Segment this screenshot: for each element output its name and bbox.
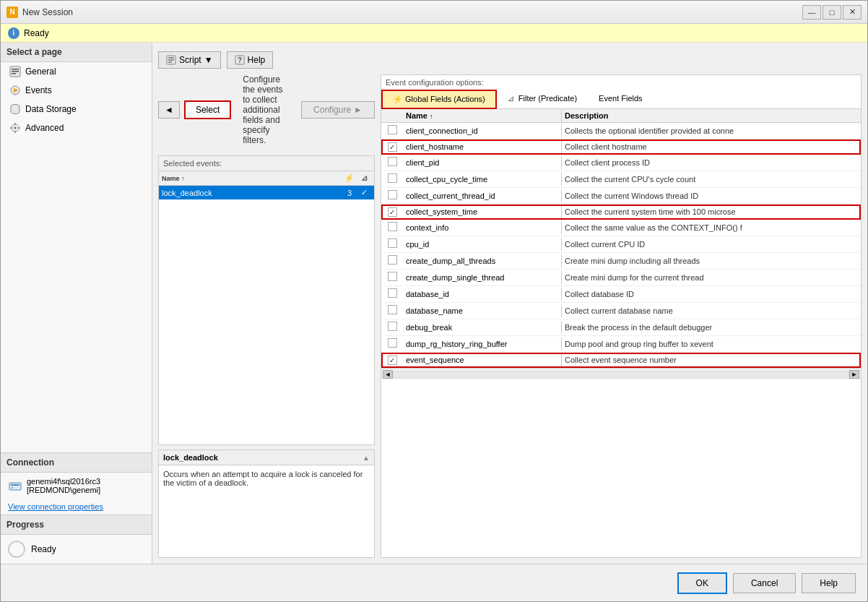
connection-info: genemi4f\sql2016rc3 [REDMOND\genemi] bbox=[1, 473, 152, 499]
cell-client-pid: client_pid bbox=[403, 156, 562, 169]
cell-desc-cpu-id: Collect current CPU ID bbox=[562, 238, 861, 251]
config-row-client-pid[interactable]: client_pid Collect client process ID bbox=[381, 155, 861, 171]
checkbox-create-dump-single-thread[interactable] bbox=[388, 272, 397, 281]
connection-header: Connection bbox=[1, 452, 152, 473]
nav-row: ◄ Select Configure the events to collect… bbox=[158, 74, 375, 145]
sidebar-item-general[interactable]: General bbox=[1, 62, 152, 81]
cell-desc-create-dump-all-threads: Create mini dump including all threads bbox=[562, 254, 861, 267]
content-area: Script ▼ ? Help ◄ S bbox=[152, 43, 867, 564]
events-section-header: Selected events: bbox=[159, 156, 374, 171]
config-row-collect-system-time[interactable]: collect_system_time Collect the current … bbox=[381, 205, 861, 220]
lightning-tab-icon: ⚡ bbox=[393, 95, 403, 103]
events-icon bbox=[9, 85, 21, 96]
cancel-button[interactable]: Cancel bbox=[733, 573, 796, 593]
cell-desc-create-dump-single-thread: Create mini dump for the current thread bbox=[562, 271, 861, 284]
minimize-button[interactable]: — bbox=[802, 5, 821, 20]
config-row-dump-rg-history-ring-buffer[interactable]: dump_rg_history_ring_buffer Dump pool an… bbox=[381, 336, 861, 353]
config-row-cpu-id[interactable]: cpu_id Collect current CPU ID bbox=[381, 236, 861, 253]
tab-event-fields[interactable]: Event Fields bbox=[588, 90, 654, 109]
event-desc-body: Occurs when an attempt to acquire a lock… bbox=[159, 465, 374, 557]
instruction-text: Configure the events to collect addition… bbox=[235, 74, 297, 145]
cell-desc-event-sequence: Collect event sequence number bbox=[562, 353, 861, 366]
checkbox-event-sequence[interactable] bbox=[388, 356, 397, 365]
help-footer-button[interactable]: Help bbox=[802, 573, 856, 593]
svg-point-8 bbox=[14, 126, 17, 129]
toolbar: Script ▼ ? Help bbox=[158, 48, 862, 74]
events-table-header: Name ↑ ⚡ ⊿ bbox=[159, 171, 374, 186]
config-row-create-dump-all-threads[interactable]: create_dump_all_threads Create mini dump… bbox=[381, 253, 861, 270]
checkbox-dump-rg-history-ring-buffer[interactable] bbox=[388, 338, 397, 348]
sidebar-item-events[interactable]: Events bbox=[1, 81, 152, 100]
checkbox-debug-break[interactable] bbox=[388, 322, 397, 331]
config-row-context-info[interactable]: context_info Collect the same value as t… bbox=[381, 220, 861, 236]
checkbox-create-dump-all-threads[interactable] bbox=[388, 255, 397, 265]
left-panel: ◄ Select Configure the events to collect… bbox=[158, 74, 375, 558]
events-section: Selected events: Name ↑ ⚡ ⊿ lock_deadloc… bbox=[158, 155, 375, 445]
config-row-create-dump-single-thread[interactable]: create_dump_single_thread Create mini du… bbox=[381, 270, 861, 286]
app-icon: N bbox=[6, 7, 18, 18]
help-button[interactable]: ? Help bbox=[227, 51, 274, 69]
config-row-database-name[interactable]: database_name Collect current database n… bbox=[381, 303, 861, 319]
cell-create-dump-all-threads: create_dump_all_threads bbox=[403, 254, 562, 267]
cell-collect-cpu-cycle-time: collect_cpu_cycle_time bbox=[403, 173, 562, 186]
config-row-collect-cpu-cycle-time[interactable]: collect_cpu_cycle_time Collect the curre… bbox=[381, 171, 861, 188]
cell-dump-rg-history-ring-buffer: dump_rg_history_ring_buffer bbox=[403, 337, 562, 351]
script-dropdown-arrow: ▼ bbox=[204, 55, 213, 65]
scrollbar-track bbox=[393, 371, 849, 378]
back-button[interactable]: ◄ bbox=[158, 101, 180, 119]
connection-user: [REDMOND\genemi] bbox=[27, 486, 100, 494]
info-icon: i bbox=[8, 27, 19, 39]
cell-context-info: context_info bbox=[403, 221, 562, 234]
progress-status: Ready bbox=[31, 544, 56, 554]
horizontal-scrollbar[interactable]: ◄ ► bbox=[381, 368, 861, 379]
select-button[interactable]: Select bbox=[184, 100, 231, 119]
config-row-client-connection-id[interactable]: client_connection_id Collects the option… bbox=[381, 123, 861, 139]
checkbox-collect-system-time[interactable] bbox=[388, 207, 397, 217]
checkbox-context-info[interactable] bbox=[388, 222, 397, 231]
maximize-button[interactable]: □ bbox=[823, 5, 841, 20]
configure-button[interactable]: Configure ► bbox=[301, 101, 375, 119]
tab-filter-predicate[interactable]: ⊿ Filter (Predicate) bbox=[497, 90, 588, 109]
config-row-client-hostname[interactable]: client_hostname Collect client hostname bbox=[381, 139, 861, 155]
checkbox-cpu-id[interactable] bbox=[388, 238, 397, 248]
checkbox-collect-cpu-cycle-time[interactable] bbox=[388, 173, 397, 183]
checkbox-database-id[interactable] bbox=[388, 288, 397, 298]
checkbox-client-pid[interactable] bbox=[388, 157, 397, 166]
scroll-left-button[interactable]: ◄ bbox=[383, 370, 393, 379]
close-button[interactable]: ✕ bbox=[843, 5, 862, 20]
checkbox-client-hostname[interactable] bbox=[388, 142, 397, 152]
checkbox-database-name[interactable] bbox=[388, 305, 397, 314]
advanced-icon bbox=[9, 122, 21, 134]
sidebar-item-advanced[interactable]: Advanced bbox=[1, 119, 152, 137]
desc-scroll-arrow: ▲ bbox=[363, 454, 370, 462]
config-row-debug-break[interactable]: debug_break Break the process in the def… bbox=[381, 319, 861, 336]
info-bar: i Ready bbox=[1, 24, 867, 43]
panels: ◄ Select Configure the events to collect… bbox=[158, 74, 862, 558]
sidebar-item-data-storage[interactable]: Data Storage bbox=[1, 100, 152, 119]
sidebar: Select a page General Events Data Storag… bbox=[1, 43, 152, 564]
general-icon bbox=[9, 66, 21, 77]
config-row-event-sequence[interactable]: event_sequence Collect event sequence nu… bbox=[381, 353, 861, 368]
tab-global-fields[interactable]: ⚡ Global Fields (Actions) bbox=[381, 90, 497, 109]
cell-desc-collect-cpu-cycle-time: Collect the current CPU's cycle count bbox=[562, 173, 861, 186]
event-name: lock_deadlock bbox=[162, 189, 342, 197]
bottom-bar: OK Cancel Help bbox=[1, 564, 867, 601]
view-connection-link[interactable]: View connection properties bbox=[1, 499, 152, 515]
script-button[interactable]: Script ▼ bbox=[158, 51, 221, 69]
checkbox-collect-current-thread-id[interactable] bbox=[388, 190, 397, 199]
event-count: 3 bbox=[342, 189, 357, 197]
ok-button[interactable]: OK bbox=[677, 572, 727, 594]
cell-database-name: database_name bbox=[403, 304, 562, 317]
config-row-collect-current-thread-id[interactable]: collect_current_thread_id Collect the cu… bbox=[381, 188, 861, 205]
config-row-database-id[interactable]: database_id Collect database ID bbox=[381, 286, 861, 303]
title-bar-left: N New Session bbox=[6, 7, 73, 18]
window-title: New Session bbox=[22, 7, 73, 17]
sidebar-item-label-general: General bbox=[25, 66, 56, 77]
config-table: Name ↑ Description bbox=[381, 109, 861, 557]
event-row-lock-deadlock[interactable]: lock_deadlock 3 ✓ bbox=[159, 186, 374, 199]
checkbox-client-connection-id[interactable] bbox=[388, 125, 397, 134]
cell-desc-context-info: Collect the same value as the CONTEXT_IN… bbox=[562, 221, 861, 234]
sidebar-item-label-advanced: Advanced bbox=[25, 123, 64, 133]
name-column-header: Name ↑ bbox=[162, 175, 342, 182]
scroll-right-button[interactable]: ► bbox=[849, 370, 859, 379]
